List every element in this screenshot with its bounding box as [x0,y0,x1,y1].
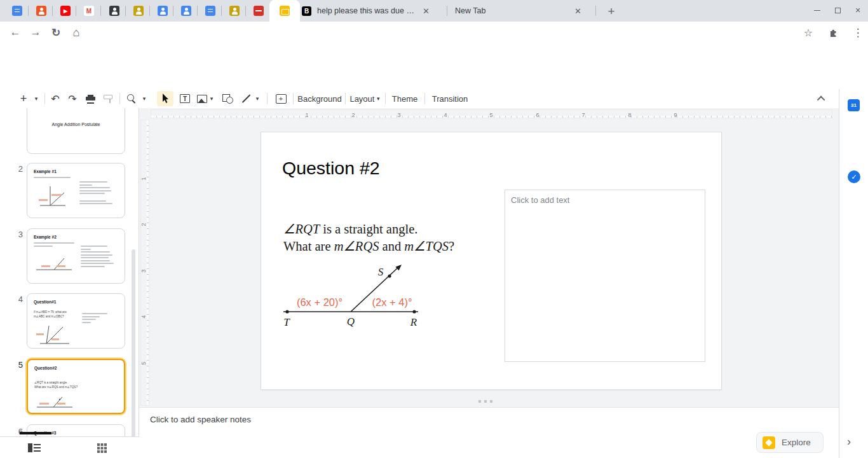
extensions-icon[interactable] [825,24,843,41]
slide-title-textbox[interactable]: Question #2 [282,158,380,179]
point-S-label: S [378,266,384,278]
reload-icon[interactable]: ↻ [47,24,65,41]
forward-icon[interactable]: → [27,24,44,41]
slide-thumbnail-1[interactable]: Angle Addition Postulate [27,108,125,154]
expand-panel-chevron-icon[interactable]: › [847,435,851,448]
question-line-2: What are m∠RQS and m∠TQS? [283,238,454,255]
pinned-tab-classroom-dark[interactable] [102,0,126,22]
filmstrip-drag-indicator [20,432,51,434]
gmail-icon: M [84,6,94,16]
new-slide-dropdown-icon[interactable]: ▾ [32,89,41,108]
right-angle-label: (2x + 4)° [372,296,412,308]
classroom-yellow-icon [229,6,240,16]
google-side-panel: 31 ✓ › [839,89,868,458]
line-dropdown-icon[interactable]: ▾ [254,89,261,108]
browser-tab-strip: ▶ M B help please this was due yesterd ✕… [0,0,868,22]
thumbnail-text-lines [79,181,115,206]
slides-icon [280,6,290,16]
angle-diagram[interactable]: (6x + 20)° (2x + 4)° T Q R S [280,260,433,331]
zoom-button[interactable] [123,89,140,108]
image-icon [197,95,207,103]
tab-brainly[interactable]: B help please this was due yesterd ✕ [302,0,447,22]
slide-number: 5 [11,360,23,370]
tab-close-icon[interactable]: ✕ [574,6,581,16]
speaker-notes-area[interactable]: Click to add speaker notes Explore [139,407,839,458]
pinned-tab-red-app[interactable] [247,0,271,22]
print-button[interactable] [82,89,98,108]
tasks-icon[interactable]: ✓ [848,170,860,183]
tab-close-icon[interactable]: ✕ [423,6,430,16]
thumbnail-text-lines [34,177,73,180]
slide-number: 4 [11,295,23,304]
horizontal-ruler: 1 2 3 4 5 6 7 8 9 [151,109,832,118]
pinned-tab-gmail[interactable]: M [77,0,101,22]
placeholder-text: Click to add text [511,195,570,205]
slide-thumbnail-4[interactable]: Question#1 If m∠ABD = 79, what arem∠ABC … [27,293,125,349]
new-slide-button[interactable]: + [17,89,31,108]
explore-label: Explore [782,438,811,447]
calendar-icon[interactable]: 31 [848,99,860,111]
brainly-icon: B [302,6,311,16]
select-tool-button[interactable] [157,91,173,106]
insert-comment-button[interactable]: + [272,89,290,108]
slide-thumbnail-5-selected[interactable]: Question#2 ∠RQT is a straight angle.What… [27,359,125,414]
slide-thumbnail-3[interactable]: Example #2 [27,228,125,284]
slide-question-textbox[interactable]: ∠RQT is a straight angle. What are m∠RQS… [283,221,454,255]
back-icon[interactable]: ← [6,24,24,41]
bookmark-star-icon[interactable]: ☆ [799,24,817,41]
pinned-tab-classroom-1[interactable] [126,0,151,22]
thumbnail-diagram [36,183,69,211]
docs-icon [12,6,22,16]
redo-button[interactable]: ↷ [64,89,81,108]
explore-button[interactable]: Explore [756,432,824,453]
paint-format-button[interactable] [100,89,116,108]
active-tab-slides[interactable] [269,0,300,22]
insert-shape-button[interactable] [219,89,236,108]
browser-menu-icon[interactable]: ⋮ [849,24,867,41]
text-box-icon: T [180,94,190,103]
undo-button[interactable]: ↶ [47,89,64,108]
transition-button[interactable]: Transition [430,89,470,108]
tab-new-tab[interactable]: New Tab ✕ [449,0,593,22]
docs-icon [205,6,215,16]
slide-filmstrip: Angle Addition Postulate 2 Example #1 3 … [0,108,139,436]
cursor-arrow-icon [161,94,169,104]
slide-number: 2 [11,164,23,174]
slide-editing-surface[interactable]: Question #2 ∠RQT is a straight angle. Wh… [261,132,722,390]
thumbnail-diagram [34,393,75,411]
pinned-tab-docs-2[interactable] [198,0,222,22]
point-R-label: R [410,316,417,328]
text-box-button[interactable]: T [177,89,193,108]
window-maximize-button[interactable] [827,0,848,21]
thumbnail-title: Question#2 [34,366,57,370]
thumbnail-diagram [35,322,73,346]
collapse-toolbar-icon[interactable] [815,89,829,108]
window-close-button[interactable]: ✕ [848,0,868,21]
pinned-tab-classroom-2[interactable] [222,0,247,22]
window-minimize-button[interactable] [807,0,827,21]
slide-thumbnail-6[interactable]: Question#3 [27,424,125,436]
layout-button[interactable]: Layout ▾ [350,89,379,108]
magnifier-icon [127,94,136,103]
new-tab-button[interactable]: + [603,3,620,20]
people-blue-icon [158,6,168,16]
grid-view-icon[interactable] [97,443,107,455]
line-icon [240,94,250,104]
home-icon[interactable]: ⌂ [67,24,85,41]
pinned-tab-people-1[interactable] [151,0,175,22]
thumbnail-title: Question#1 [34,300,56,304]
point-Q-label: Q [347,316,355,328]
background-button[interactable]: Background [297,89,342,108]
notes-resize-handle[interactable] [478,400,492,403]
theme-button[interactable]: Theme [390,89,419,108]
filmstrip-scrollbar[interactable] [132,249,135,436]
insert-line-button[interactable] [238,89,253,108]
pinned-tab-docs[interactable] [5,0,29,22]
slide-thumbnail-2[interactable]: Example #1 [27,163,125,218]
text-placeholder-box[interactable]: Click to add text [505,190,705,362]
pinned-tab-people-2[interactable] [174,0,198,22]
pinned-tab-youtube[interactable]: ▶ [53,0,78,22]
zoom-dropdown-icon[interactable]: ▾ [140,89,149,108]
pinned-tab-family[interactable] [29,0,53,22]
image-dropdown-icon[interactable]: ▾ [208,89,215,108]
